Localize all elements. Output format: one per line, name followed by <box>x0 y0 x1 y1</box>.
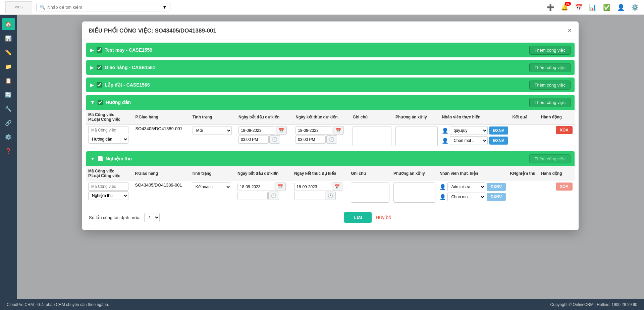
modal: ĐIỀU PHỐI CÔNG VIỆC: SO43405/DO41389-001… <box>82 21 579 230</box>
huong-dan-table: Mã Công việcP.Loại Công việc P.Giao hàng… <box>86 110 575 149</box>
modal-footer: Số lần công tác định mức: 1 2 3 4 5 Lưu … <box>82 208 579 227</box>
add-task-button-nghiem-thu[interactable]: Thêm công việc <box>529 154 571 163</box>
toggle-icon-lap-dat[interactable]: ▶ <box>90 82 94 88</box>
cell-ma-huong-dan: Hướng dẫn <box>86 125 133 149</box>
checkbox-lap-dat[interactable] <box>97 82 102 88</box>
ngaybd-calendar-nghiem-thu[interactable]: 📅 <box>275 183 286 191</box>
toggle-icon-nghiem-thu[interactable]: ▼ <box>90 156 95 161</box>
dxnv1-button-huong-dan[interactable]: ĐXNV <box>489 126 508 135</box>
th-tinhtrang: Tình trạng <box>191 110 236 125</box>
add-task-button-test-may[interactable]: Thêm công việc <box>529 46 571 55</box>
toggle-icon-test-may[interactable]: ▶ <box>90 47 94 53</box>
close-button[interactable]: × <box>568 26 572 35</box>
ma-cv-input-nghiem-thu[interactable] <box>88 183 128 191</box>
search-bar[interactable]: 🔍 ▼ <box>36 3 170 11</box>
sidebar-item-home[interactable]: 🏠 <box>2 18 15 30</box>
toggle-icon-giao-hang[interactable]: ▶ <box>90 65 94 70</box>
cell-ngaykt-nghiem-thu: 📅 🕐 <box>292 181 349 205</box>
chart-icon[interactable]: 📊 <box>589 4 596 11</box>
status-bar: CloudPro CRM - Giải pháp CRM chuyên sâu … <box>0 299 644 310</box>
ghichu-textarea-huong-dan[interactable] <box>353 126 391 146</box>
sidebar-item-edit[interactable]: ✏️ <box>2 46 15 58</box>
phuongan-textarea-nghiem-thu[interactable] <box>393 183 435 203</box>
xoa-button-huong-dan[interactable]: XÓA <box>556 126 573 134</box>
tinhtrang-select-nghiem-thu[interactable]: Kế hoạch Mới Đang thực hiện Hoàn thành H… <box>192 183 231 191</box>
giokt-clock-huong-dan[interactable]: 🕐 <box>326 135 337 144</box>
sidebar-item-help[interactable]: ❓ <box>2 145 15 157</box>
giobd-clock-nghiem-thu[interactable]: 🕐 <box>268 192 279 200</box>
sidebar-item-refresh[interactable]: 🔄 <box>2 89 15 101</box>
section-nghiem-thu-header: ▼ Nghiệm thu Thêm công việc <box>86 151 575 166</box>
search-input[interactable] <box>47 5 160 10</box>
calendar-icon[interactable]: 📅 <box>575 4 582 11</box>
assignee2-row-huong-dan: 👤 Chon mot ... ĐXNV <box>442 136 508 145</box>
assignee2-select-nghiem-thu[interactable]: Chon mot ... <box>447 193 485 201</box>
th-ngaykt: Ngày kết thúc dự kiến <box>293 110 351 125</box>
ngaykt-calendar-huong-dan[interactable]: 📅 <box>333 126 344 135</box>
checkbox-nghiem-thu[interactable] <box>98 156 103 161</box>
huong-dan-table-header: Mã Công việcP.Loại Công việc P.Giao hàng… <box>86 110 575 125</box>
modal-overlay: ĐIỀU PHỐI CÔNG VIỆC: SO43405/DO41389-001… <box>17 15 644 310</box>
dxnv1-button-nghiem-thu[interactable]: ĐXNV <box>487 183 506 191</box>
huy-button[interactable]: Hủy bỏ <box>376 215 391 220</box>
th-hanhdong: Hành động <box>539 110 575 125</box>
sidebar: 🏠 📊 ✏️ 📁 📋 🔄 🔧 🔗 ⚙️ ❓ <box>0 15 17 310</box>
add-icon[interactable]: ➕ <box>547 4 554 11</box>
ngaybd-date-huong-dan[interactable] <box>238 126 275 135</box>
dxnv2-button-nghiem-thu[interactable]: ĐXNV <box>487 193 506 201</box>
settings-icon[interactable]: ⚙️ <box>631 4 639 11</box>
assignee1-select-nghiem-thu[interactable]: Administra... <box>447 183 485 191</box>
sidebar-item-settings[interactable]: ⚙️ <box>2 131 15 143</box>
giokt-nghiem-thu[interactable] <box>294 192 324 200</box>
ngaykt-calendar-nghiem-thu[interactable]: 📅 <box>332 183 342 191</box>
giobd-huong-dan[interactable] <box>238 136 269 144</box>
assignee2-row-nghiem-thu: 👤 Chon mot ... ĐXNV <box>439 193 506 201</box>
checkbox-giao-hang[interactable] <box>97 65 102 70</box>
toggle-icon-huong-dan[interactable]: ▼ <box>90 100 95 105</box>
cell-ketqua-huong-dan <box>510 125 539 149</box>
add-task-button-lap-dat[interactable]: Thêm công việc <box>529 81 571 90</box>
giobd-clock-huong-dan[interactable]: 🕐 <box>269 135 280 144</box>
section-huong-dan-header: ▼ Hướng dẫn Thêm công việc <box>86 95 575 110</box>
phanloai-select-nghiem-thu[interactable]: Nghiệm thu <box>88 191 128 200</box>
xoa-button-nghiem-thu[interactable]: XÓA <box>556 183 573 191</box>
ngaybd-calendar-huong-dan[interactable]: 📅 <box>276 126 287 135</box>
assignee1-select-huong-dan[interactable]: quy.quy <box>450 126 488 135</box>
giokt-huong-dan[interactable] <box>296 136 326 144</box>
sidebar-item-files[interactable]: 📁 <box>2 60 15 72</box>
cell-ghichu-huong-dan <box>351 125 393 149</box>
notification-icon[interactable]: 🔔91 <box>561 4 568 11</box>
dxnv2-button-huong-dan[interactable]: ĐXNV <box>489 137 508 145</box>
phuongan-textarea-huong-dan[interactable] <box>395 126 438 146</box>
cell-hanhdong-huong-dan: XÓA <box>539 125 575 149</box>
add-task-button-huong-dan[interactable]: Thêm công việc <box>529 98 571 107</box>
ngaybd-date-nghiem-thu[interactable] <box>237 183 274 191</box>
assignee2-select-huong-dan[interactable]: Chon mot ... <box>450 136 488 145</box>
cell-ngaybd-nghiem-thu: 📅 🕐 <box>235 181 292 205</box>
add-task-button-giao-hang[interactable]: Thêm công việc <box>529 63 571 72</box>
ngaykt-date-nghiem-thu[interactable] <box>294 183 331 191</box>
ma-cv-input-huong-dan[interactable] <box>88 126 128 134</box>
section-huong-dan: ▼ Hướng dẫn Thêm công việc Mã Công việcP… <box>86 95 575 149</box>
checkbox-test-may[interactable] <box>97 47 102 53</box>
giokt-clock-nghiem-thu[interactable]: 🕐 <box>325 192 336 200</box>
so-lan-select[interactable]: 1 2 3 4 5 <box>144 213 160 222</box>
task-icon[interactable]: ✅ <box>603 4 610 11</box>
sidebar-item-links[interactable]: 🔗 <box>2 117 15 129</box>
action-cell-nghiem-thu: XÓA <box>541 183 573 191</box>
section-nghiem-thu-body: Mã Công việcP.Loại Công việc P.Giao hàng… <box>86 166 575 205</box>
sidebar-item-tasks[interactable]: 📋 <box>2 74 15 87</box>
tinhtrang-select-huong-dan[interactable]: Mới Đang thực hiện Hoàn thành Huỷ <box>193 126 232 135</box>
checkbox-huong-dan[interactable] <box>98 100 103 105</box>
giobd-nghiem-thu[interactable] <box>237 192 268 200</box>
sidebar-item-tools[interactable]: 🔧 <box>2 103 15 115</box>
ghichu-textarea-nghiem-thu[interactable] <box>351 183 389 203</box>
ngaykt-date-huong-dan[interactable] <box>296 126 332 135</box>
luu-button[interactable]: Lưu <box>344 212 372 223</box>
nghiem-thu-table: Mã Công việcP.Loại Công việc P.Giao hàng… <box>86 166 575 205</box>
user-icon[interactable]: 👤 <box>617 4 625 11</box>
cell-tinhtrang-huong-dan: Mới Đang thực hiện Hoàn thành Huỷ <box>191 125 236 149</box>
phanloai-select-huong-dan[interactable]: Hướng dẫn <box>88 135 128 144</box>
sidebar-item-analytics[interactable]: 📊 <box>2 32 15 44</box>
section-test-may-header: ▶ Test may - CASE1559 Thêm công việc <box>86 43 575 57</box>
